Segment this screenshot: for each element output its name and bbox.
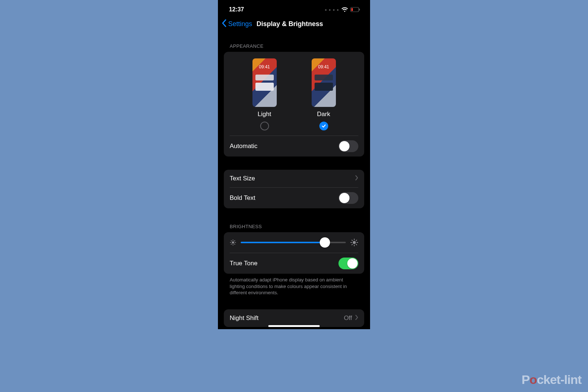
night-shift-value: Off <box>344 314 352 322</box>
appearance-label-light: Light <box>258 111 271 118</box>
preview-time: 09:41 <box>312 64 336 69</box>
appearance-row: 09:41 Light 09:41 Dark <box>224 52 364 136</box>
section-header-brightness: BRIGHTNESS <box>224 208 364 232</box>
wifi-icon <box>341 7 348 12</box>
svg-line-19 <box>352 244 352 245</box>
row-bold-text: Bold Text <box>224 188 364 208</box>
row-true-tone: True Tone <box>224 253 364 274</box>
row-automatic: Automatic <box>224 136 364 157</box>
svg-point-3 <box>232 241 234 244</box>
watermark: Pocket-lint <box>521 373 581 387</box>
night-shift-label: Night Shift <box>230 314 258 322</box>
chevron-right-icon <box>355 175 358 182</box>
automatic-label: Automatic <box>230 143 258 150</box>
true-tone-toggle[interactable] <box>338 258 358 269</box>
night-shift-card: Night Shift Off <box>224 309 364 327</box>
true-tone-footer: Automatically adapt iPhone display based… <box>224 274 364 296</box>
appearance-card: 09:41 Light 09:41 Dark <box>224 52 364 157</box>
text-size-label: Text Size <box>230 175 255 182</box>
chevron-right-icon <box>355 314 358 322</box>
row-text-size[interactable]: Text Size <box>224 170 364 187</box>
content: APPEARANCE 09:41 Light 09:41 <box>218 33 370 327</box>
automatic-toggle[interactable] <box>338 140 358 152</box>
radio-dark[interactable] <box>319 122 328 130</box>
svg-rect-1 <box>359 9 360 11</box>
brightness-slider[interactable] <box>241 237 346 248</box>
appearance-label-dark: Dark <box>317 111 330 118</box>
svg-line-10 <box>231 244 232 244</box>
back-chevron-icon[interactable] <box>222 19 227 29</box>
back-button[interactable]: Settings <box>228 20 252 28</box>
svg-line-8 <box>231 241 232 241</box>
cellular-dots-icon: ● ● ● ● <box>325 8 340 12</box>
preview-time: 09:41 <box>252 64 277 69</box>
svg-line-18 <box>356 244 357 245</box>
section-header-appearance: APPEARANCE <box>224 33 364 52</box>
appearance-option-light[interactable]: 09:41 Light <box>252 58 277 130</box>
preview-widget <box>315 75 333 80</box>
brightness-card: True Tone <box>224 232 364 274</box>
preview-light: 09:41 <box>252 58 277 107</box>
nav-header: Settings Display & Brightness <box>218 16 370 33</box>
text-card: Text Size Bold Text <box>224 170 364 208</box>
preview-dark: 09:41 <box>312 58 336 107</box>
status-right: ● ● ● ● <box>325 7 361 12</box>
phone-frame: 12:37 ● ● ● ● Settings Display & Brightn… <box>218 0 370 329</box>
bold-text-label: Bold Text <box>230 194 255 202</box>
status-bar: 12:37 ● ● ● ● <box>218 0 370 16</box>
svg-line-20 <box>356 240 357 241</box>
svg-line-9 <box>234 244 235 244</box>
sun-large-icon <box>350 238 358 247</box>
brightness-slider-row <box>224 232 364 253</box>
radio-light[interactable] <box>260 122 269 130</box>
battery-low-icon <box>350 7 361 12</box>
page-title: Display & Brightness <box>257 20 323 28</box>
bold-text-toggle[interactable] <box>338 192 358 204</box>
preview-widget <box>315 83 333 91</box>
svg-line-11 <box>234 241 235 241</box>
sun-small-icon <box>230 239 236 246</box>
home-indicator[interactable] <box>268 325 320 327</box>
preview-widget <box>255 83 274 91</box>
appearance-option-dark[interactable]: 09:41 Dark <box>312 58 336 130</box>
status-time: 12:37 <box>229 6 244 13</box>
svg-point-12 <box>353 241 356 244</box>
preview-widget <box>255 75 274 80</box>
row-night-shift[interactable]: Night Shift Off <box>224 309 364 327</box>
true-tone-label: True Tone <box>230 260 258 267</box>
svg-rect-2 <box>351 8 353 11</box>
svg-line-17 <box>352 240 352 241</box>
